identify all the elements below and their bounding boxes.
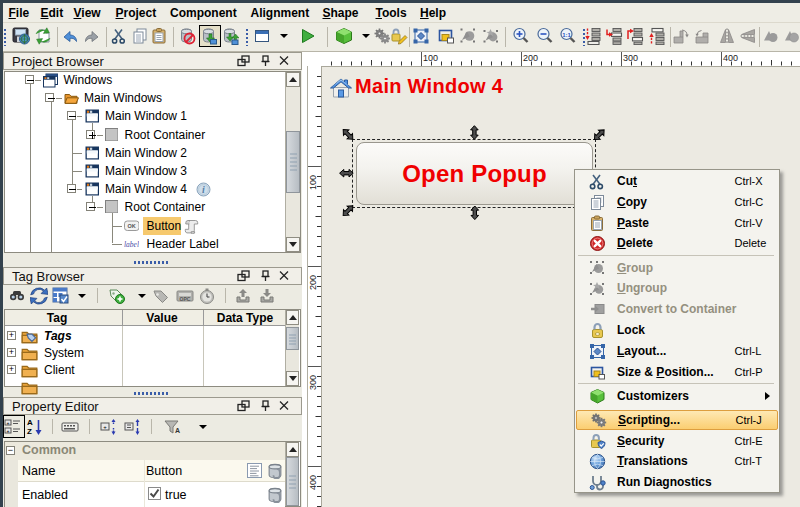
svg-text:+: + (7, 428, 10, 434)
svg-text:A: A (175, 427, 180, 434)
svg-text:100: 100 (423, 53, 438, 63)
svg-text:400: 400 (723, 53, 738, 63)
svg-text:200: 200 (523, 53, 538, 63)
svg-text:1:1: 1:1 (562, 32, 571, 38)
svg-text:400: 400 (308, 475, 318, 490)
svg-text:+: + (103, 424, 107, 430)
svg-text:OK: OK (127, 223, 135, 229)
svg-text:OPC: OPC (180, 296, 191, 302)
svg-text:+: + (7, 420, 10, 426)
svg-text:A: A (27, 418, 33, 427)
svg-text:300: 300 (623, 53, 638, 63)
svg-text:300: 300 (308, 375, 318, 390)
svg-text:100: 100 (308, 175, 318, 190)
svg-text:Z: Z (27, 427, 32, 436)
svg-text:label: label (124, 240, 139, 249)
svg-text:200: 200 (308, 275, 318, 290)
svg-text:i: i (202, 184, 205, 195)
